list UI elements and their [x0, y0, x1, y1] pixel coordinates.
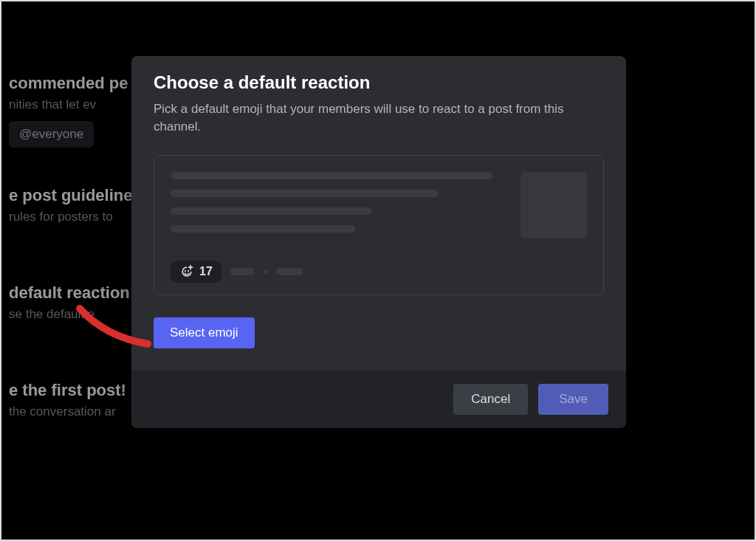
meta-divider: [263, 269, 267, 274]
meta-placeholder: [230, 268, 254, 275]
modal-title: Choose a default reaction: [154, 72, 604, 93]
select-emoji-button[interactable]: Select emoji: [154, 317, 255, 348]
everyone-tag: @everyone: [9, 121, 94, 148]
default-reaction-modal: Choose a default reaction Pick a default…: [131, 56, 626, 428]
reaction-count: 17: [199, 265, 213, 278]
preview-text-placeholder: [171, 172, 506, 243]
post-preview: 17: [154, 155, 604, 295]
reaction-count-chip: 17: [171, 261, 221, 283]
emoji-add-icon: [179, 264, 194, 279]
modal-footer: Cancel Save: [131, 371, 626, 428]
modal-description: Pick a default emoji that your members w…: [154, 100, 604, 136]
meta-placeholder: [276, 268, 303, 275]
modal-body: Choose a default reaction Pick a default…: [131, 56, 626, 371]
svg-point-0: [185, 270, 186, 272]
svg-point-1: [188, 270, 189, 272]
save-button[interactable]: Save: [538, 384, 608, 415]
cancel-button[interactable]: Cancel: [453, 384, 528, 415]
preview-thumbnail: [520, 172, 587, 238]
